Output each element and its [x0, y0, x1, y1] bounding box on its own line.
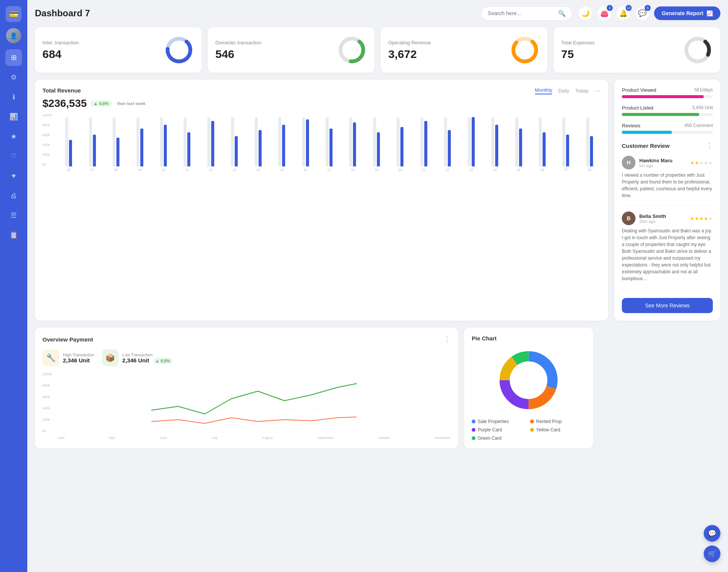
reviewer-row-1: B Bella Smith 20m ago ★★★★★ [622, 212, 713, 225]
reviewer-name-bella: Bella Smith [639, 213, 686, 219]
pay-x-october: October [378, 436, 390, 440]
sidebar-avatar[interactable]: 👤 [6, 28, 21, 43]
bar-fill-16 [448, 130, 451, 166]
sidebar-item-menu[interactable]: ☰ [5, 207, 22, 224]
bar-group-22 [436, 117, 458, 166]
sidebar-item-heart-outline[interactable]: ♡ [5, 148, 22, 165]
search-input[interactable] [488, 10, 555, 16]
float-chat-button[interactable]: 💬 [704, 525, 720, 542]
search-bar[interactable]: 🔍 [481, 6, 572, 20]
x-label-18: 18 [342, 168, 364, 172]
notifications-badge: 12 [626, 5, 632, 11]
legend-dot-sale [472, 420, 475, 423]
bar-bg-7 [231, 117, 234, 166]
bar-bg-12 [349, 117, 352, 166]
bar-bg-15 [420, 117, 424, 166]
sidebar-item-info[interactable]: ℹ [5, 89, 22, 105]
wallet-button[interactable]: 👛 2 [597, 6, 612, 20]
x-label-09: 09 [129, 168, 151, 172]
sidebar-item-print[interactable]: 🖨 [5, 187, 22, 204]
up-icon: ▲ [94, 101, 98, 106]
bar-bg-22 [586, 117, 589, 166]
more-options-icon[interactable]: ⋯ [595, 87, 601, 94]
x-label-06: 06 [58, 168, 80, 172]
theme-toggle-button[interactable]: 🌙 [578, 6, 593, 20]
pie-title: Pie Chart [472, 335, 585, 342]
bar-group-23 [460, 117, 482, 166]
sidebar-item-list[interactable]: 📋 [5, 227, 22, 243]
tab-monthly[interactable]: Monthly [535, 87, 552, 94]
logo-icon: 💳 [9, 9, 19, 19]
pie-card: Pie Chart [464, 328, 593, 448]
star-icon: ★ [11, 132, 17, 141]
bar-bg-20 [539, 117, 542, 166]
legend-yellow-card: Yellow Card [530, 427, 585, 433]
x-label-12: 12 [200, 168, 222, 172]
sidebar-item-heart[interactable]: ♥ [5, 168, 22, 184]
payment-header: Overview Payment ⋮ [42, 335, 450, 343]
pay-y-1000k: 1000k [42, 372, 56, 376]
sidebar-logo[interactable]: 💳 [6, 6, 22, 22]
messages-button[interactable]: 💬 5 [635, 6, 650, 20]
bar-fill-9 [282, 125, 285, 166]
legend-dot-green [472, 436, 475, 440]
pay-x-may: May [109, 436, 115, 440]
y-label-1000k: 1000k [42, 113, 56, 117]
main-content: Dashboard 7 🔍 🌙 👛 2 🔔 12 💬 5 Generate Re [27, 0, 728, 572]
sidebar-item-analytics[interactable]: 📊 [5, 108, 22, 125]
low-transaction-label: Low Transaction [122, 353, 173, 357]
pay-x-labels: April May June July August September Oct… [58, 436, 450, 440]
bar-bg-18 [491, 117, 494, 166]
bar-fill-19 [519, 129, 522, 166]
pay-x-june: June [160, 436, 167, 440]
svg-point-19 [510, 362, 548, 399]
bar-group-21 [413, 117, 435, 166]
reviewer-info-bella: Bella Smith 20m ago [639, 213, 686, 224]
bar-bg-16 [444, 117, 447, 166]
payment-stats: 🔧 High Transaction 2,346 Unit 📦 Low Tran… [42, 349, 450, 366]
high-transaction-label: High Transaction [63, 353, 94, 357]
progress-fill-reviews [622, 131, 672, 134]
bar-bg-14 [397, 117, 400, 166]
stat-header-listed: Product Listed 3,456 Unit [622, 105, 713, 111]
bar-group-06 [58, 117, 80, 166]
stars-hawkins: ★★★★★ [690, 160, 713, 166]
bar-fill-11 [329, 129, 333, 166]
x-label-20: 20 [389, 168, 411, 172]
bar-group-24 [484, 117, 506, 166]
bar-bg-2 [113, 117, 116, 166]
float-cart-button[interactable]: 🛒 [704, 545, 720, 562]
pay-x-september: September [317, 436, 334, 440]
tab-daily[interactable]: Daily [558, 88, 569, 94]
bar-group-25 [507, 117, 529, 166]
pay-y-200k: 200k [42, 418, 56, 422]
moon-icon: 🌙 [581, 9, 590, 17]
chat-icon: 💬 [638, 9, 646, 17]
y-label-0k: 0k [42, 163, 56, 166]
reviews-more-icon[interactable]: ⋮ [706, 141, 713, 150]
see-more-reviews-button[interactable]: See More Reviews [622, 298, 713, 313]
sidebar-item-dashboard[interactable]: ⊞ [5, 49, 22, 66]
sidebar: 💳 👤 ⊞ ⚙ ℹ 📊 ★ ♡ ♥ 🖨 ☰ 📋 [0, 0, 27, 572]
pie-chart-container [472, 346, 585, 414]
x-label-28: 28 [579, 168, 601, 172]
sidebar-item-star[interactable]: ★ [5, 128, 22, 145]
value-product-listed: 3,456 Unit [692, 105, 713, 111]
progress-fill-viewed [622, 95, 704, 98]
bar-fill-4 [164, 125, 167, 166]
reviewer-name-hawkins: Hawkins Maru [639, 158, 686, 163]
generate-report-button[interactable]: Generate Report 📈 [654, 6, 720, 20]
bar-bg-10 [302, 117, 305, 166]
stat-value-domestic: 546 [215, 48, 261, 61]
payment-more-icon[interactable]: ⋮ [444, 335, 450, 343]
legend-label-yellow: Yellow Card [536, 427, 560, 433]
stars-bella: ★★★★★ [690, 216, 713, 221]
sidebar-item-settings[interactable]: ⚙ [5, 69, 22, 86]
bar-group-11 [176, 117, 198, 166]
x-label-24: 24 [484, 168, 506, 172]
bar-fill-0 [69, 140, 72, 166]
header-icons: 🌙 👛 2 🔔 12 💬 5 Generate Report 📈 [578, 6, 720, 20]
tab-today[interactable]: Today [575, 88, 588, 94]
notifications-button[interactable]: 🔔 12 [616, 6, 631, 20]
review-text-hawkins: I viewed a number of properties with Jus… [622, 172, 713, 199]
